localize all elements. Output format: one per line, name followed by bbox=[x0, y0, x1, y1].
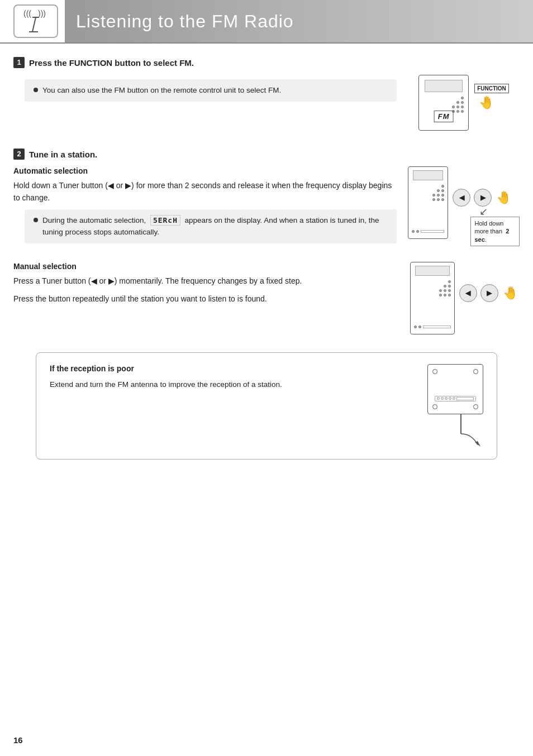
svg-text:(((: ((( bbox=[23, 9, 31, 18]
manual-tuner-left-btn: ◀ bbox=[459, 284, 477, 302]
page-title: Listening to the FM Radio bbox=[76, 11, 294, 32]
reception-body: Extend and turn the FM antenna to improv… bbox=[50, 379, 414, 391]
manual-tuner-btn-row: ◀ ▶ 🤚 bbox=[459, 284, 518, 302]
page-number: 16 bbox=[13, 735, 23, 745]
step2-heading: Tune in a station. bbox=[29, 150, 97, 159]
bullet-dot-2 bbox=[34, 218, 38, 222]
device-display bbox=[425, 80, 463, 92]
corner-br bbox=[473, 404, 478, 409]
hold-down-period: . bbox=[485, 236, 487, 243]
step1-diagram: FM FUNCTION 🤚 bbox=[408, 75, 520, 131]
step1-section: 1 Press the FUNCTION button to select FM… bbox=[13, 57, 520, 131]
automatic-title: Automatic selection bbox=[13, 166, 397, 175]
header-icon-box: ((( ))) bbox=[13, 4, 58, 38]
step1-text: You can also use the FM button on the re… bbox=[13, 75, 397, 131]
function-btn-label: FUNCTION bbox=[474, 84, 509, 93]
hand-auto-icon: 🤚 bbox=[496, 190, 511, 205]
step1-heading-row: 1 Press the FUNCTION button to select FM… bbox=[13, 57, 520, 68]
step1-info-box: You can also use the FM button on the re… bbox=[25, 79, 397, 102]
svg-marker-6 bbox=[475, 441, 480, 447]
bullet-dot bbox=[34, 88, 38, 92]
reception-box: If the reception is poor Extend and turn… bbox=[36, 352, 497, 460]
auto-tuner-group: ◀ ▶ 🤚 ↙ Hold down more than 2 sec. bbox=[453, 189, 520, 246]
auto-device-group: ◀ ▶ 🤚 ↙ Hold down more than 2 sec. bbox=[408, 166, 520, 246]
hold-down-label: Hold down bbox=[474, 220, 503, 227]
reception-text: If the reception is poor Extend and turn… bbox=[50, 364, 414, 391]
header-title-bar: Listening to the FM Radio bbox=[65, 0, 533, 42]
manual-device-group: ◀ ▶ 🤚 bbox=[410, 262, 518, 334]
antenna-icon: ((( ))) bbox=[21, 6, 50, 37]
automatic-diagram: ◀ ▶ 🤚 ↙ Hold down more than 2 sec. bbox=[408, 166, 520, 246]
tuner-left-btn: ◀ bbox=[453, 189, 470, 207]
svg-text:))): ))) bbox=[38, 9, 46, 18]
step2-heading-row: 2 Tune in a station. bbox=[13, 149, 520, 160]
antenna-svg bbox=[439, 414, 483, 448]
auto-device bbox=[408, 166, 448, 239]
reception-title: If the reception is poor bbox=[50, 364, 414, 373]
manual-title: Manual selection bbox=[13, 262, 397, 271]
function-diagram: FM FUNCTION 🤚 bbox=[418, 75, 509, 131]
tuner-right-btn: ▶ bbox=[474, 189, 492, 207]
automatic-info-box: During the automatic selection, 5ERcH ap… bbox=[25, 209, 397, 243]
function-btn-area: FUNCTION 🤚 bbox=[474, 84, 509, 110]
serch-display: 5ERcH bbox=[150, 215, 180, 226]
main-content: 1 Press the FUNCTION button to select FM… bbox=[0, 57, 533, 460]
step2-number: 2 bbox=[13, 149, 25, 160]
manual-tuner-group: ◀ ▶ 🤚 bbox=[459, 284, 518, 302]
controls-bar bbox=[435, 396, 476, 401]
svg-line-2 bbox=[32, 17, 36, 32]
manual-diagram: ◀ ▶ 🤚 bbox=[408, 262, 520, 334]
hold-down-more: more than bbox=[474, 228, 502, 235]
antenna-device bbox=[427, 364, 483, 414]
fm-label: FM bbox=[434, 111, 454, 122]
fm-device: FM bbox=[418, 75, 469, 131]
manual-text: Manual selection Press a Tuner button (◀… bbox=[13, 262, 397, 334]
automatic-selection-section: Automatic selection Hold down a Tuner bu… bbox=[13, 166, 520, 246]
automatic-body: Hold down a Tuner button (◀ or ▶) for mo… bbox=[13, 180, 397, 204]
corner-tl bbox=[432, 369, 437, 374]
automatic-text: Automatic selection Hold down a Tuner bu… bbox=[13, 166, 397, 246]
step1-number: 1 bbox=[13, 57, 25, 68]
manual-selection-section: Manual selection Press a Tuner button (◀… bbox=[13, 262, 520, 334]
corner-bl bbox=[432, 404, 437, 409]
antenna-wire-area bbox=[427, 414, 483, 448]
step2-section: 2 Tune in a station. Automatic selection… bbox=[13, 149, 520, 334]
hand-manual-icon: 🤚 bbox=[503, 286, 518, 300]
manual-device bbox=[410, 262, 455, 334]
hold-arrow: ↙ bbox=[479, 207, 488, 217]
step1-layout: You can also use the FM button on the re… bbox=[13, 75, 520, 131]
step1-info-text: You can also use the FM button on the re… bbox=[42, 85, 281, 96]
step1-heading: Press the FUNCTION button to select FM. bbox=[29, 58, 194, 68]
page-header: ((( ))) Listening to the FM Radio bbox=[0, 0, 533, 44]
auto-info-text1: During the automatic selection, bbox=[42, 216, 146, 224]
manual-body1: Press a Tuner button (◀ or ▶) momentaril… bbox=[13, 275, 397, 288]
hold-down-box: Hold down more than 2 sec. bbox=[470, 217, 520, 246]
manual-body2: Press the button repeatedly until the st… bbox=[13, 293, 397, 305]
hand-press-icon: 🤚 bbox=[479, 95, 494, 110]
manual-tuner-right-btn: ▶ bbox=[480, 284, 498, 302]
corner-tr bbox=[473, 369, 478, 374]
antenna-diagram bbox=[427, 364, 483, 448]
automatic-info-text: During the automatic selection, 5ERcH ap… bbox=[42, 215, 388, 238]
tuner-btn-row: ◀ ▶ 🤚 bbox=[453, 189, 511, 207]
